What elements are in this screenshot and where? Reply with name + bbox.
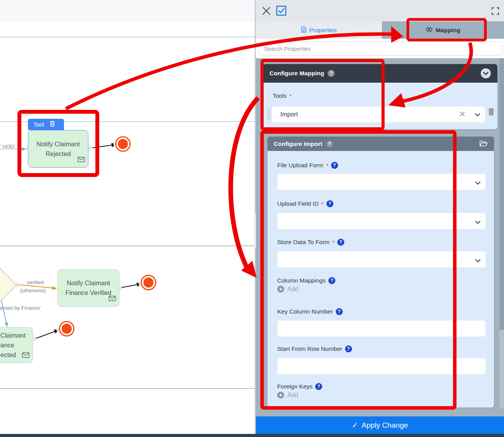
diagram-edges-layer: [0, 0, 256, 437]
start-from-row-number-input[interactable]: [277, 358, 486, 375]
add-label: Add: [287, 286, 298, 293]
collapse-section-button[interactable]: [481, 68, 491, 78]
help-icon[interactable]: ?: [328, 70, 335, 77]
upload-field-id-label: Upload Field ID * ?: [277, 200, 333, 207]
email-icon: [78, 155, 85, 165]
foreign-keys-label: Foreign Keys ?: [277, 383, 322, 390]
field-label-text: Upload Field ID: [277, 200, 319, 207]
chevron-down-icon: [475, 179, 480, 186]
plus-circle-icon: +: [277, 392, 284, 399]
mapping-icon: [426, 27, 433, 34]
help-icon[interactable]: ?: [315, 383, 322, 390]
tools-select[interactable]: Import: [272, 106, 485, 123]
help-icon[interactable]: ?: [337, 239, 344, 246]
configure-import-card: Configure Import ? File Upload Form * ? …: [268, 137, 494, 408]
field-label-text: Key Column Number: [277, 308, 333, 315]
diagram-canvas[interactable]: ' HOD' Tool Notify Claimant Rejected ver…: [0, 0, 256, 437]
panel-header: [256, 0, 504, 21]
configure-import-body: File Upload Form * ? Upload Field ID * ?…: [268, 151, 494, 408]
field-label-text: Start From Row Number: [277, 345, 342, 352]
help-icon[interactable]: ?: [326, 200, 333, 207]
help-icon[interactable]: ?: [331, 162, 338, 169]
required-marker: *: [289, 93, 292, 99]
help-icon[interactable]: ?: [336, 308, 343, 315]
store-data-to-form-select[interactable]: [277, 251, 486, 268]
multiselect-checkbox-icon[interactable]: [276, 5, 287, 17]
check-icon: ✓: [352, 421, 358, 430]
foreign-keys-add-button[interactable]: + Add: [277, 392, 298, 399]
required-marker: *: [332, 239, 335, 246]
help-icon[interactable]: ?: [345, 345, 352, 352]
key-column-number-label: Key Column Number ?: [277, 308, 343, 315]
help-icon[interactable]: ?: [328, 277, 335, 284]
panel-tabs: Properties Mapping: [256, 21, 504, 39]
drag-grip[interactable]: [269, 108, 270, 120]
configure-mapping-header: Configure Mapping ?: [263, 64, 497, 83]
tool-badge[interactable]: Tool: [28, 119, 64, 130]
tools-select-value: Import: [280, 111, 460, 118]
apply-change-label: Apply Change: [362, 421, 408, 430]
start-from-row-number-label: Start From Row Number ?: [277, 345, 352, 352]
configure-mapping-title: Configure Mapping: [269, 70, 324, 77]
task-notify-claimant-rejected[interactable]: Notify Claimant Rejected: [28, 130, 88, 168]
expand-icon[interactable]: [492, 7, 499, 16]
field-label-text: Column Mappings: [277, 277, 326, 284]
document-icon: [301, 26, 306, 34]
task-label: Notify Claimant: [58, 278, 119, 288]
search-row: [256, 39, 504, 58]
task-label: Claimant: [0, 331, 33, 340]
bottom-bar: [0, 434, 504, 437]
add-label: Add: [287, 392, 298, 399]
upload-field-id-select[interactable]: [277, 213, 486, 229]
task-label: ance: [0, 340, 33, 350]
required-marker: *: [326, 162, 328, 169]
delete-mapping-icon[interactable]: [488, 108, 495, 118]
apply-change-button[interactable]: ✓ Apply Change: [256, 416, 504, 434]
plus-circle-icon: +: [277, 286, 284, 293]
folder-open-icon[interactable]: [480, 140, 488, 148]
search-properties-input[interactable]: [259, 42, 502, 55]
field-label-text: Store Data To Form: [277, 239, 330, 246]
task-label: Notify Claimant: [28, 139, 88, 149]
task-notify-claimant-finance-verified[interactable]: Notify Claimant Finance Verified: [57, 269, 119, 307]
close-icon[interactable]: [262, 7, 271, 17]
store-data-to-form-label: Store Data To Form * ?: [277, 239, 344, 246]
properties-panel: Properties Mapping Configure Mapping ? T…: [256, 0, 504, 437]
field-label-text: File Upload Form: [277, 162, 323, 169]
file-upload-form-select[interactable]: [277, 173, 486, 190]
delete-node-icon[interactable]: [50, 121, 55, 128]
tab-mapping[interactable]: Mapping: [382, 21, 504, 39]
tab-properties[interactable]: Properties: [256, 21, 382, 39]
chevron-down-icon[interactable]: [475, 111, 480, 118]
tools-label-text: Tools: [273, 92, 287, 99]
edge-label-rejected-by-finance: ected by Finance': [0, 305, 41, 311]
help-icon[interactable]: ?: [326, 140, 333, 147]
configure-import-header: Configure Import ?: [268, 137, 494, 151]
key-column-number-input[interactable]: [277, 320, 486, 337]
tool-badge-label: Tool: [33, 121, 44, 128]
edge-label-otherwise: [otherwise]: [19, 288, 47, 293]
task-notify-claimant-finance-rejected[interactable]: Claimant ance ected: [0, 327, 33, 363]
column-mappings-add-button[interactable]: + Add: [277, 286, 298, 293]
panel-scrollbar-thumb[interactable]: [499, 58, 504, 330]
field-label-text: Foreign Keys: [277, 383, 312, 390]
file-upload-form-label: File Upload Form * ?: [277, 162, 338, 169]
clear-selection-icon[interactable]: [460, 111, 465, 118]
configure-mapping-card: Configure Mapping ? Tools * Import: [263, 64, 497, 129]
edge-label-verified: verified: [24, 279, 47, 285]
configure-mapping-body: Tools * Import: [263, 83, 497, 129]
drag-grip[interactable]: [268, 108, 268, 120]
tab-mapping-label: Mapping: [436, 27, 461, 34]
tab-properties-label: Properties: [309, 27, 337, 34]
chevron-down-icon: [475, 257, 480, 264]
column-mappings-label: Column Mappings ?: [277, 277, 335, 284]
configure-import-title: Configure Import: [274, 140, 323, 147]
required-marker: *: [321, 201, 324, 207]
email-icon: [109, 294, 116, 304]
chevron-down-icon: [475, 218, 480, 225]
tools-field-label: Tools *: [273, 92, 292, 99]
edge-label-hod: ' HOD': [0, 144, 15, 149]
email-icon: [22, 351, 29, 361]
